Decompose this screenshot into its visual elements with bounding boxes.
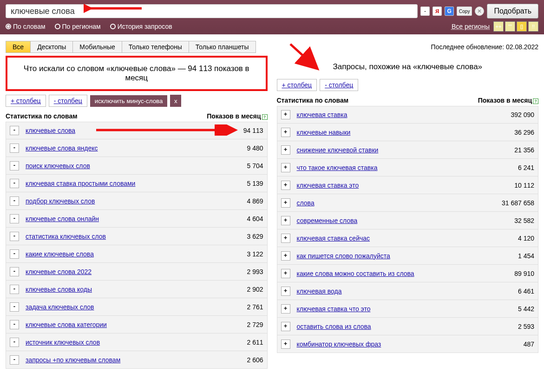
keyword-link[interactable]: комбинатор ключевых фраз	[297, 340, 381, 348]
radio-by-words[interactable]: По словам	[6, 23, 46, 30]
left-row-toggle[interactable]: -	[10, 338, 19, 347]
clear-icon[interactable]: ✕	[475, 7, 484, 16]
close-exclude-button[interactable]: x	[170, 95, 181, 107]
keyword-link[interactable]: поиск ключевых слов	[26, 162, 90, 170]
tab-tablets[interactable]: Только планшеты	[189, 41, 256, 52]
search-input[interactable]	[6, 4, 418, 18]
left-row-toggle[interactable]: -	[10, 214, 19, 223]
right-row-toggle[interactable]: +	[281, 110, 290, 119]
tab-all[interactable]: Все	[6, 41, 31, 52]
table-row: -ключевые слова онлайн4 604	[6, 210, 268, 228]
left-row-toggle[interactable]: -	[10, 232, 19, 241]
left-row-toggle[interactable]: -	[10, 196, 19, 206]
left-row-toggle[interactable]: -	[10, 249, 19, 259]
keyword-link[interactable]: ключевые слова 2022	[26, 268, 92, 275]
views-value: 6 241	[518, 164, 534, 171]
keyword-link[interactable]: слова	[297, 199, 315, 207]
views-value: 392 090	[511, 111, 534, 118]
keyword-link[interactable]: ключевая ставка сейчас	[297, 235, 370, 242]
help-icon[interactable]: ?	[533, 98, 538, 104]
keyword-link[interactable]: источник ключевых слов	[26, 339, 100, 346]
keyword-link[interactable]: ключевые слова категории	[26, 321, 107, 328]
keyword-link[interactable]: ключевая ставка что это	[297, 305, 371, 313]
right-row-toggle[interactable]: +	[281, 181, 290, 190]
left-row-toggle[interactable]: -	[10, 302, 19, 312]
left-row-toggle[interactable]: -	[10, 126, 19, 135]
mod-plus-plus[interactable]: ++	[493, 21, 504, 32]
table-row: +комбинатор ключевых фраз487	[277, 335, 539, 353]
tab-desktops[interactable]: Десктопы	[31, 41, 73, 52]
remove-column-button[interactable]: - столбец	[320, 79, 358, 91]
tab-phones[interactable]: Только телефоны	[122, 41, 189, 52]
views-value: 9 480	[247, 144, 263, 152]
right-row-toggle[interactable]: +	[281, 198, 290, 208]
table-row: -подбор ключевых слов4 869	[6, 192, 268, 210]
keyword-link[interactable]: какие ключевые слова	[26, 250, 94, 258]
right-row-toggle[interactable]: +	[281, 216, 290, 225]
add-column-button[interactable]: + столбец	[277, 79, 317, 91]
regions-link[interactable]: Все регионы	[452, 23, 490, 30]
views-value: 32 582	[514, 217, 534, 224]
table-row: +снижение ключевой ставки21 356	[277, 141, 539, 159]
left-row-toggle[interactable]: -	[10, 161, 19, 170]
left-row-toggle[interactable]: -	[10, 355, 19, 365]
right-row-toggle[interactable]: +	[281, 287, 290, 296]
table-row: +ключевая ставка392 090	[277, 106, 539, 124]
copy-button[interactable]: Copy	[457, 7, 472, 16]
keyword-link[interactable]: что такое ключевая ставка	[297, 164, 378, 171]
keyword-link[interactable]: ключевые навыки	[297, 129, 351, 136]
keyword-link[interactable]: запросы +по ключевым словам	[26, 356, 120, 364]
left-row-toggle[interactable]: -	[10, 285, 19, 294]
keyword-link[interactable]: какие слова можно составить из слова	[297, 270, 414, 277]
mod-quotes[interactable]: ""	[505, 21, 515, 32]
add-column-button[interactable]: + столбец	[6, 95, 46, 107]
views-value: 6 461	[518, 287, 534, 295]
right-row-toggle[interactable]: +	[281, 145, 290, 155]
keyword-link[interactable]: снижение ключевой ставки	[297, 146, 379, 154]
views-value: 3 122	[247, 250, 263, 258]
right-row-toggle[interactable]: +	[281, 128, 290, 137]
radio-by-regions[interactable]: По регионам	[55, 23, 101, 30]
left-row-toggle[interactable]: -	[10, 179, 19, 188]
keyword-link[interactable]: оставить слова из слова	[297, 323, 371, 330]
keyword-link[interactable]: ключевая ставка простыми словами	[26, 180, 135, 187]
keyword-link[interactable]: подбор ключевых слов	[26, 197, 95, 205]
exclude-minus-words-button[interactable]: исключить минус-слова	[90, 95, 168, 107]
mod-brackets[interactable]: []	[517, 21, 527, 32]
keyword-link[interactable]: ключевые слова	[26, 127, 75, 134]
keyword-link[interactable]: ключевая ставка это	[297, 182, 359, 189]
minus-button[interactable]: -	[420, 7, 430, 16]
table-row: +как пишется слово пожалуйста1 454	[277, 247, 539, 265]
left-row-toggle[interactable]: -	[10, 320, 19, 329]
right-row-toggle[interactable]: +	[281, 251, 290, 261]
keyword-link[interactable]: задача ключевых слов	[26, 303, 94, 311]
keyword-link[interactable]: ключевая вода	[297, 287, 342, 295]
help-icon[interactable]: ?	[262, 114, 268, 120]
right-row-toggle[interactable]: +	[281, 340, 290, 349]
right-column: Запросы, похожие на «ключевые слова» + с…	[277, 56, 539, 353]
tab-mobile[interactable]: Мобильные	[73, 41, 122, 52]
header-views-label: Показов в месяц?	[478, 97, 538, 104]
left-row-toggle[interactable]: -	[10, 144, 19, 153]
keyword-link[interactable]: ключевые слова яндекс	[26, 144, 98, 152]
keyword-link[interactable]: ключевая ставка	[297, 111, 347, 118]
views-value: 2 606	[247, 356, 263, 364]
google-icon[interactable]: G	[445, 7, 454, 16]
right-row-toggle[interactable]: +	[281, 163, 290, 172]
keyword-link[interactable]: статистика ключевых слов	[26, 233, 106, 240]
keyword-link[interactable]: современные слова	[297, 217, 358, 224]
keyword-link[interactable]: ключевые слова онлайн	[26, 215, 99, 222]
radio-history[interactable]: История запросов	[110, 23, 172, 30]
mod-bang[interactable]: !!	[528, 21, 538, 32]
keyword-link[interactable]: как пишется слово пожалуйста	[297, 252, 390, 260]
right-row-toggle[interactable]: +	[281, 234, 290, 243]
left-row-toggle[interactable]: -	[10, 267, 19, 276]
yandex-icon[interactable]: Я	[433, 7, 442, 16]
right-row-toggle[interactable]: +	[281, 304, 290, 314]
remove-column-button[interactable]: - столбец	[49, 95, 87, 107]
submit-button[interactable]: Подобрать	[487, 4, 538, 19]
keyword-link[interactable]: ключевые слова коды	[26, 286, 92, 293]
right-row-toggle[interactable]: +	[281, 269, 290, 278]
views-value: 2 593	[518, 323, 534, 330]
right-row-toggle[interactable]: +	[281, 322, 290, 331]
